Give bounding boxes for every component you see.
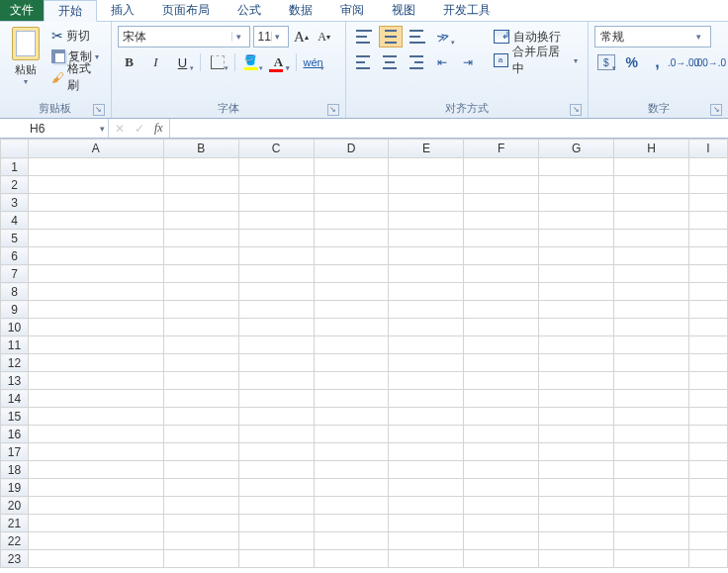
cell-D20[interactable] (314, 497, 389, 515)
cell-G21[interactable] (539, 515, 614, 532)
column-header-D[interactable]: D (314, 140, 389, 158)
dialog-launcher[interactable]: ↘ (327, 104, 339, 116)
cell-E6[interactable] (389, 247, 464, 265)
cell-E15[interactable] (389, 408, 464, 426)
tab-开始[interactable]: 开始 (44, 0, 97, 22)
cell-F16[interactable] (464, 426, 539, 443)
cell-G6[interactable] (539, 247, 614, 265)
cell-G9[interactable] (539, 301, 614, 319)
cell-G19[interactable] (539, 479, 614, 497)
cell-H17[interactable] (614, 443, 689, 461)
cell-D19[interactable] (314, 479, 389, 497)
column-header-E[interactable]: E (389, 140, 464, 158)
cell-I4[interactable] (689, 212, 728, 230)
column-header-F[interactable]: F (464, 140, 539, 158)
cell-A19[interactable] (28, 479, 163, 497)
cell-G11[interactable] (539, 336, 614, 354)
tab-公式[interactable]: 公式 (224, 0, 275, 21)
cell-G1[interactable] (539, 158, 614, 176)
cell-A11[interactable] (28, 336, 163, 354)
cell-A20[interactable] (28, 497, 163, 515)
grow-font-button[interactable]: A▴ (292, 26, 312, 48)
column-header-G[interactable]: G (539, 140, 614, 158)
italic-button[interactable]: I (144, 51, 168, 73)
cell-A17[interactable] (28, 443, 163, 461)
cell-C18[interactable] (238, 461, 314, 479)
cell-D12[interactable] (314, 354, 389, 372)
cell-B11[interactable] (163, 336, 238, 354)
cell-E12[interactable] (389, 354, 464, 372)
font-name-select[interactable]: 宋体 ▾ (118, 26, 250, 48)
phonetic-button[interactable]: wén▾ (302, 51, 325, 73)
row-header-15[interactable]: 15 (1, 408, 29, 426)
row-header-7[interactable]: 7 (1, 265, 29, 283)
cell-E5[interactable] (389, 230, 464, 247)
shrink-font-button[interactable]: A▾ (315, 26, 334, 48)
cell-B20[interactable] (163, 497, 238, 515)
font-color-button[interactable]: A▾ (267, 51, 291, 73)
row-header-5[interactable]: 5 (1, 230, 29, 247)
cell-B13[interactable] (163, 372, 238, 390)
cut-button[interactable]: ✂ 剪切 (48, 26, 105, 46)
cell-B6[interactable] (163, 247, 238, 265)
cell-A10[interactable] (28, 319, 163, 336)
cell-G15[interactable] (539, 408, 614, 426)
cell-I6[interactable] (689, 247, 728, 265)
cell-G5[interactable] (539, 230, 614, 247)
cell-G18[interactable] (539, 461, 614, 479)
cell-E10[interactable] (389, 319, 464, 336)
row-header-10[interactable]: 10 (1, 319, 29, 336)
cell-C12[interactable] (238, 354, 314, 372)
cell-E3[interactable] (389, 194, 464, 212)
accounting-format-button[interactable]: $▾ (594, 51, 617, 73)
cell-G2[interactable] (539, 176, 614, 194)
row-header-23[interactable]: 23 (1, 550, 29, 568)
column-header-I[interactable]: I (689, 140, 728, 158)
cell-D7[interactable] (314, 265, 389, 283)
cell-E19[interactable] (389, 479, 464, 497)
row-header-2[interactable]: 2 (1, 176, 29, 194)
tab-file[interactable]: 文件 (0, 0, 44, 21)
cell-I13[interactable] (689, 372, 728, 390)
cell-C3[interactable] (238, 194, 314, 212)
row-header-4[interactable]: 4 (1, 212, 29, 230)
cell-B12[interactable] (163, 354, 238, 372)
cell-G13[interactable] (539, 372, 614, 390)
cell-E1[interactable] (389, 158, 464, 176)
cell-B15[interactable] (163, 408, 238, 426)
row-header-11[interactable]: 11 (1, 336, 29, 354)
cell-E20[interactable] (389, 497, 464, 515)
align-right-button[interactable] (405, 51, 427, 73)
cell-F20[interactable] (464, 497, 539, 515)
cell-H9[interactable] (614, 301, 689, 319)
tab-数据[interactable]: 数据 (275, 0, 326, 21)
dialog-launcher[interactable]: ↘ (93, 104, 105, 116)
cell-G14[interactable] (539, 390, 614, 408)
cell-A18[interactable] (28, 461, 163, 479)
cell-A6[interactable] (28, 247, 163, 265)
cell-D17[interactable] (314, 443, 389, 461)
cell-G7[interactable] (539, 265, 614, 283)
cell-H1[interactable] (614, 158, 689, 176)
number-format-select[interactable]: 常规 ▾ (594, 26, 711, 48)
cell-B1[interactable] (163, 158, 238, 176)
cell-D16[interactable] (314, 426, 389, 443)
cell-B21[interactable] (163, 515, 238, 532)
cell-B14[interactable] (163, 390, 238, 408)
decrease-decimal-button[interactable]: .00→.0 (698, 51, 722, 73)
percent-style-button[interactable]: % (620, 51, 643, 73)
border-button[interactable]: ▾ (206, 51, 229, 73)
cell-D14[interactable] (314, 390, 389, 408)
cell-G8[interactable] (539, 283, 614, 301)
cell-D13[interactable] (314, 372, 389, 390)
cell-E21[interactable] (389, 515, 464, 532)
cell-A9[interactable] (28, 301, 163, 319)
cell-E13[interactable] (389, 372, 464, 390)
cell-A5[interactable] (28, 230, 163, 247)
enter-icon[interactable]: ✓ (135, 122, 144, 136)
cell-I20[interactable] (689, 497, 728, 515)
cell-H3[interactable] (614, 194, 689, 212)
cell-H13[interactable] (614, 372, 689, 390)
cell-I19[interactable] (689, 479, 728, 497)
cell-C14[interactable] (238, 390, 314, 408)
